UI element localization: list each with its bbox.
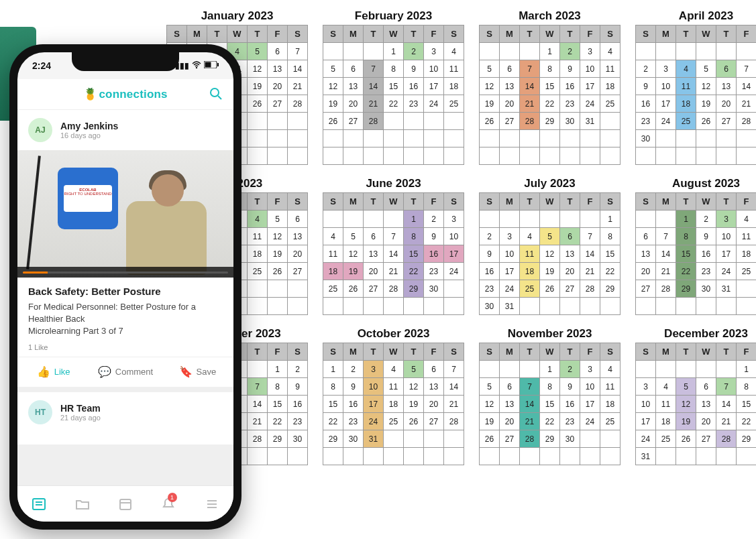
day-cell[interactable]: 5 bbox=[404, 361, 424, 378]
day-cell[interactable]: 20 bbox=[268, 78, 288, 95]
day-cell[interactable]: 30 bbox=[343, 430, 364, 448]
day-cell[interactable]: 3 bbox=[500, 228, 520, 245]
day-cell[interactable]: 27 bbox=[696, 430, 716, 448]
day-cell[interactable]: 14 bbox=[384, 245, 404, 263]
day-cell[interactable]: 6 bbox=[288, 211, 308, 228]
day-cell[interactable]: 28 bbox=[580, 280, 600, 298]
day-cell[interactable]: 23 bbox=[560, 413, 580, 430]
day-cell[interactable]: 1 bbox=[540, 43, 560, 60]
day-cell[interactable]: 3 bbox=[716, 211, 737, 228]
day-cell[interactable]: 31 bbox=[636, 448, 656, 465]
day-cell[interactable]: 19 bbox=[323, 95, 343, 113]
day-cell[interactable]: 28 bbox=[384, 280, 404, 298]
day-cell[interactable]: 25 bbox=[384, 413, 404, 430]
day-cell[interactable]: 26 bbox=[268, 263, 288, 280]
day-cell[interactable]: 26 bbox=[540, 280, 560, 298]
day-cell[interactable]: 18 bbox=[600, 396, 620, 413]
day-cell[interactable]: 13 bbox=[288, 228, 308, 245]
day-cell[interactable]: 14 bbox=[716, 396, 737, 413]
day-cell[interactable]: 17 bbox=[656, 95, 676, 113]
day-cell[interactable]: 27 bbox=[268, 95, 288, 113]
day-cell[interactable]: 25 bbox=[676, 113, 696, 130]
day-cell[interactable]: 17 bbox=[500, 263, 520, 280]
day-cell[interactable]: 9 bbox=[636, 78, 656, 95]
day-cell[interactable]: 7 bbox=[364, 60, 384, 78]
day-cell[interactable]: 20 bbox=[364, 263, 384, 280]
day-cell[interactable]: 14 bbox=[656, 245, 676, 263]
day-cell[interactable]: 15 bbox=[268, 396, 288, 413]
day-cell[interactable]: 2 bbox=[404, 43, 424, 60]
day-cell[interactable]: 11 bbox=[656, 396, 676, 413]
day-cell[interactable]: 14 bbox=[288, 60, 308, 78]
day-cell[interactable]: 23 bbox=[343, 413, 364, 430]
nav-feed[interactable] bbox=[17, 486, 60, 522]
day-cell[interactable]: 31 bbox=[500, 298, 520, 315]
day-cell[interactable]: 9 bbox=[480, 245, 500, 263]
day-cell[interactable]: 30 bbox=[560, 430, 580, 448]
day-cell[interactable]: 16 bbox=[636, 95, 656, 113]
day-cell[interactable]: 11 bbox=[384, 378, 404, 396]
save-button[interactable]: 🔖Save bbox=[162, 357, 233, 387]
day-cell[interactable]: 25 bbox=[248, 263, 268, 280]
day-cell[interactable]: 1 bbox=[384, 43, 404, 60]
day-cell[interactable]: 16 bbox=[696, 245, 716, 263]
day-cell[interactable]: 4 bbox=[323, 228, 343, 245]
day-cell[interactable]: 11 bbox=[676, 78, 696, 95]
day-cell[interactable]: 9 bbox=[343, 378, 364, 396]
day-cell[interactable]: 12 bbox=[343, 245, 364, 263]
day-cell[interactable]: 29 bbox=[323, 430, 343, 448]
day-cell[interactable]: 6 bbox=[500, 60, 520, 78]
day-cell[interactable]: 26 bbox=[696, 113, 716, 130]
day-cell[interactable]: 5 bbox=[480, 378, 500, 396]
day-cell[interactable]: 30 bbox=[480, 298, 500, 315]
day-cell[interactable]: 4 bbox=[600, 361, 620, 378]
day-cell[interactable]: 30 bbox=[636, 130, 656, 147]
day-cell[interactable]: 2 bbox=[636, 60, 656, 78]
day-cell[interactable]: 15 bbox=[540, 396, 560, 413]
day-cell[interactable]: 1 bbox=[540, 361, 560, 378]
day-cell[interactable]: 3 bbox=[656, 60, 676, 78]
day-cell[interactable]: 11 bbox=[444, 60, 464, 78]
day-cell[interactable]: 6 bbox=[343, 60, 364, 78]
day-cell[interactable]: 25 bbox=[737, 263, 757, 280]
day-cell[interactable]: 17 bbox=[716, 245, 737, 263]
day-cell[interactable]: 12 bbox=[480, 396, 500, 413]
day-cell[interactable]: 21 bbox=[737, 95, 757, 113]
day-cell[interactable]: 15 bbox=[404, 245, 424, 263]
day-cell[interactable]: 7 bbox=[384, 228, 404, 245]
day-cell[interactable]: 27 bbox=[500, 430, 520, 448]
day-cell[interactable]: 8 bbox=[268, 378, 288, 396]
day-cell[interactable]: 14 bbox=[248, 396, 268, 413]
comment-button[interactable]: 💬Comment bbox=[89, 357, 161, 387]
day-cell[interactable]: 13 bbox=[716, 78, 737, 95]
day-cell[interactable]: 7 bbox=[580, 228, 600, 245]
day-cell[interactable]: 13 bbox=[268, 60, 288, 78]
day-cell[interactable]: 24 bbox=[580, 413, 600, 430]
day-cell[interactable]: 22 bbox=[384, 95, 404, 113]
day-cell[interactable]: 20 bbox=[500, 95, 520, 113]
day-cell[interactable]: 2 bbox=[560, 43, 580, 60]
day-cell[interactable]: 24 bbox=[500, 280, 520, 298]
day-cell[interactable]: 16 bbox=[288, 396, 308, 413]
day-cell[interactable]: 22 bbox=[268, 413, 288, 430]
day-cell[interactable]: 28 bbox=[716, 430, 737, 448]
day-cell[interactable]: 28 bbox=[737, 113, 757, 130]
day-cell[interactable]: 21 bbox=[444, 396, 464, 413]
day-cell[interactable]: 8 bbox=[676, 228, 696, 245]
day-cell[interactable]: 28 bbox=[656, 280, 676, 298]
day-cell[interactable]: 5 bbox=[268, 211, 288, 228]
day-cell[interactable]: 13 bbox=[343, 78, 364, 95]
day-cell[interactable]: 1 bbox=[600, 211, 620, 228]
day-cell[interactable]: 17 bbox=[444, 245, 464, 263]
day-cell[interactable]: 26 bbox=[323, 113, 343, 130]
day-cell[interactable]: 12 bbox=[268, 228, 288, 245]
day-cell[interactable]: 31 bbox=[716, 280, 737, 298]
day-cell[interactable]: 17 bbox=[364, 396, 384, 413]
day-cell[interactable]: 17 bbox=[580, 78, 600, 95]
day-cell[interactable]: 31 bbox=[364, 430, 384, 448]
day-cell[interactable]: 23 bbox=[560, 95, 580, 113]
day-cell[interactable]: 27 bbox=[500, 113, 520, 130]
day-cell[interactable]: 10 bbox=[444, 228, 464, 245]
day-cell[interactable]: 13 bbox=[424, 378, 444, 396]
day-cell[interactable]: 12 bbox=[248, 60, 268, 78]
